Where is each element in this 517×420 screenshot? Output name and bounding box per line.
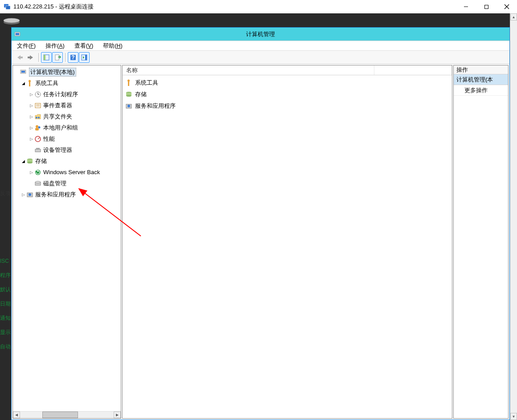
tree-windows-server-backup[interactable]: ▷ Windows Server Back <box>13 167 121 178</box>
svg-rect-37 <box>35 149 41 152</box>
computer-icon <box>20 69 27 76</box>
forward-button[interactable] <box>25 52 36 63</box>
export-list-button[interactable] <box>52 52 63 63</box>
tree-storage[interactable]: ◢ 存储 <box>13 155 121 167</box>
back-button[interactable] <box>14 52 25 63</box>
tree-task-scheduler[interactable]: ▷ 任务计划程序 <box>13 89 121 100</box>
rdp-icon <box>4 3 11 10</box>
tree-label: 系统工具 <box>35 79 58 87</box>
close-button[interactable] <box>496 0 517 13</box>
background-text-peek: 反项 ISC 程序 默认 日期 通知 显示 自动 <box>0 186 11 354</box>
action-section-title[interactable]: 计算机管理(本 <box>454 74 508 85</box>
tree-label: 性能 <box>43 135 55 143</box>
storage-icon <box>125 91 132 98</box>
tree-local-users[interactable]: ▷ 本地用户和组 <box>13 122 121 133</box>
tree-horizontal-scrollbar[interactable]: ◀ ▶ <box>13 411 121 418</box>
clock-icon <box>34 91 41 98</box>
action-pane-header: 操作 <box>454 65 508 74</box>
scroll-left-button[interactable]: ◀ <box>13 412 20 418</box>
cm-window-icon <box>14 31 21 38</box>
bg-row: ISC <box>0 254 11 268</box>
disk-icon <box>3 16 21 25</box>
show-hide-tree-button[interactable] <box>41 52 52 63</box>
tree-label: 事件查看器 <box>43 102 72 110</box>
rdp-body: 反项 ISC 程序 默认 日期 通知 显示 自动 计算机管理 文件(F) 操作(… <box>0 13 517 420</box>
menu-file[interactable]: 文件(F) <box>14 41 38 51</box>
svg-point-31 <box>38 117 40 118</box>
tree-label: 存储 <box>35 157 47 165</box>
list-item-services-apps[interactable]: 服务和应用程序 <box>123 100 451 112</box>
list-header: 名称 <box>123 65 452 75</box>
list-pane: 名称 系统工具 存储 服务和应用程序 <box>122 65 452 419</box>
tree-device-manager[interactable]: 设备管理器 <box>13 144 121 155</box>
tree-label: 任务计划程序 <box>43 90 78 98</box>
services-icon <box>26 191 33 198</box>
list-item-system-tools[interactable]: 系统工具 <box>123 77 451 89</box>
svg-point-32 <box>36 125 38 128</box>
bg-row: 日期 <box>0 297 11 311</box>
bg-row: 通知 <box>0 311 11 325</box>
services-icon <box>125 102 132 110</box>
tree-event-viewer[interactable]: ▷ 事件查看器 <box>13 100 121 111</box>
rdp-title: 110.42.228.215 - 远程桌面连接 <box>13 3 94 11</box>
svg-rect-19 <box>85 55 87 60</box>
list-item-label: 服务和应用程序 <box>135 102 176 110</box>
scroll-right-button[interactable]: ▶ <box>114 412 121 418</box>
tree-shared-folders[interactable]: ▷ 共享文件夹 <box>13 111 121 122</box>
column-header-2[interactable] <box>374 65 452 75</box>
menu-view[interactable]: 查看(V) <box>72 41 96 51</box>
tree-pane: 计算机管理(本地) ◢ 系统工具 ▷ 任务计划程序 ▷ <box>12 65 121 419</box>
svg-rect-27 <box>35 103 41 108</box>
menu-help[interactable]: 帮助(H) <box>100 41 125 51</box>
menu-action[interactable]: 操作(A) <box>43 41 67 51</box>
maximize-button[interactable] <box>476 0 496 13</box>
remote-taskbar-strip <box>0 13 517 27</box>
tree-disk-management[interactable]: 磁盘管理 <box>13 178 121 189</box>
svg-rect-38 <box>36 148 40 149</box>
svg-point-41 <box>27 162 33 163</box>
rdp-vertical-scrollbar[interactable]: ▲ ▼ <box>510 13 517 420</box>
svg-rect-3 <box>484 5 488 8</box>
svg-point-44 <box>35 181 41 183</box>
svg-rect-11 <box>20 57 23 58</box>
users-icon <box>34 124 41 131</box>
disk-icon <box>34 180 41 187</box>
svg-rect-14 <box>44 55 45 60</box>
event-icon <box>34 102 41 109</box>
svg-point-48 <box>127 80 130 82</box>
scroll-down-button[interactable]: ▼ <box>510 413 517 420</box>
svg-point-53 <box>127 105 130 107</box>
bg-row: 自动 <box>0 339 11 354</box>
column-name-header[interactable]: 名称 <box>123 65 374 75</box>
svg-text:?: ? <box>71 54 74 61</box>
tree-system-tools[interactable]: ◢ 系统工具 <box>13 77 121 89</box>
computer-management-window: 计算机管理 文件(F) 操作(A) 查看(V) 帮助(H) <box>11 27 510 420</box>
tree-services-apps[interactable]: ▷ 服务和应用程序 <box>13 189 121 200</box>
action-pane: 操作 计算机管理(本 更多操作 <box>453 65 509 419</box>
tree-root-computer-management[interactable]: 计算机管理(本地) <box>13 66 121 77</box>
shared-folder-icon <box>34 113 41 120</box>
cm-titlebar[interactable]: 计算机管理 <box>12 28 509 41</box>
menubar: 文件(F) 操作(A) 查看(V) 帮助(H) <box>12 41 509 51</box>
tree-label: 计算机管理(本地) <box>29 68 76 77</box>
minimize-button[interactable] <box>455 0 476 13</box>
action-more-actions[interactable]: 更多操作 <box>454 85 508 96</box>
bg-row: 程序 <box>0 268 11 282</box>
tree-label: Windows Server Back <box>43 169 100 175</box>
scroll-up-button[interactable]: ▲ <box>510 13 517 20</box>
scroll-thumb[interactable] <box>42 412 78 418</box>
cm-title: 计算机管理 <box>12 30 509 38</box>
show-hide-action-pane-button[interactable] <box>79 52 90 63</box>
bg-row: 反项 <box>0 186 11 200</box>
tree-label: 本地用户和组 <box>43 124 78 132</box>
tools-icon <box>125 79 132 86</box>
svg-point-46 <box>29 193 31 196</box>
list-item-storage[interactable]: 存储 <box>123 89 451 100</box>
svg-point-30 <box>36 117 37 118</box>
svg-rect-34 <box>35 128 39 130</box>
tree-performance[interactable]: ▷ 性能 <box>13 133 121 144</box>
toolbar: ? <box>12 51 509 64</box>
performance-icon <box>34 135 41 143</box>
help-button[interactable]: ? <box>68 52 78 63</box>
svg-rect-12 <box>28 57 30 58</box>
